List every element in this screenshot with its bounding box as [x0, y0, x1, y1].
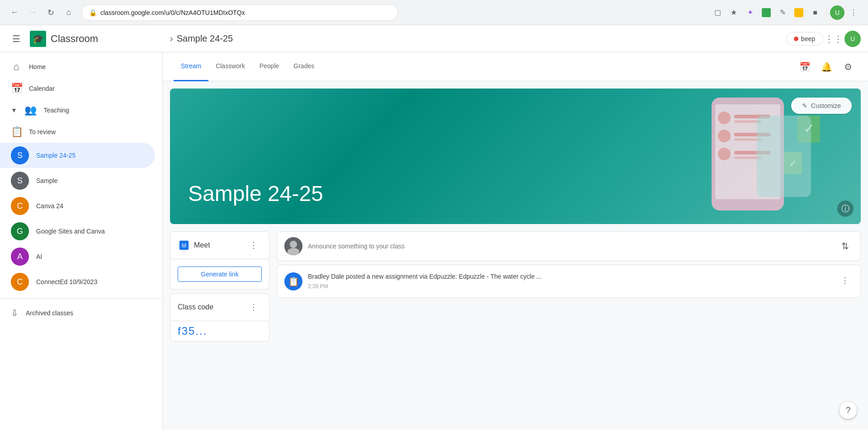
hero-class-name: Sample 24-25	[188, 181, 323, 206]
sidebar: ⌂ Home 📅 Calendar ▼ 👥 Teaching 📋	[0, 52, 163, 430]
tab-classwork[interactable]: Classwork	[208, 52, 252, 81]
svg-point-8	[718, 148, 731, 160]
screenshot-icon[interactable]: ▢	[710, 5, 725, 20]
content-area: ✓ ✓ Sample 24-25 ✎ Customize ⓘ	[163, 81, 868, 430]
extension-perplexity[interactable]: ✦	[743, 5, 757, 20]
user-avatar-announce	[284, 237, 302, 255]
profile-avatar[interactable]: U	[830, 5, 844, 20]
class-code-value: f35...	[178, 325, 207, 337]
class-list: S Sample 24-25 S Sample C Canva 24 G Goo…	[0, 143, 162, 294]
sidebar-item-archived[interactable]: ⇩ Archived classes	[0, 302, 162, 324]
meet-logo: M	[178, 239, 190, 252]
help-button[interactable]: ?	[839, 401, 857, 419]
announce-input[interactable]	[308, 243, 831, 250]
sidebar-teaching-header[interactable]: ▼ 👥 Teaching	[0, 99, 162, 121]
review-icon: 📋	[11, 126, 22, 138]
hamburger-button[interactable]: ☰	[7, 30, 25, 48]
app-container: ⌂ Home 📅 Calendar ▼ 👥 Teaching 📋	[0, 52, 868, 430]
meet-card-header: M Meet ⋮	[170, 232, 269, 259]
meet-menu-button[interactable]: ⋮	[245, 237, 262, 253]
extension-pencil[interactable]: ✎	[775, 5, 790, 20]
class-code-card: Class code ⋮ f35...	[170, 293, 269, 341]
avatar-image	[284, 237, 302, 255]
url-text: classroom.google.com/u/0/c/NzA4OTU1MDIxO…	[100, 9, 245, 16]
post-avatar-0: 📋	[284, 272, 302, 290]
class-code-body: f35...	[170, 321, 269, 341]
notification-action-button[interactable]: 🔔	[817, 58, 835, 76]
right-panel: ⇅ 📋 Bradley Dale posted a new assignment…	[277, 231, 861, 341]
sidebar-to-review-label: To review	[29, 128, 56, 136]
class-info-canva24: Canva 24	[36, 202, 144, 210]
class-info-sample: Sample	[36, 177, 144, 184]
tab-grades[interactable]: Grades	[286, 52, 321, 81]
chrome-menu[interactable]: ⋮	[846, 5, 861, 20]
archived-label: Archived classes	[26, 309, 73, 317]
class-info-sample-2425: Sample 24-25	[36, 152, 144, 159]
extension-yellow[interactable]	[792, 5, 806, 20]
announce-refresh-button[interactable]: ⇅	[837, 238, 853, 254]
extensions-button[interactable]: ■	[808, 5, 822, 20]
breadcrumb: › Sample 24-25	[170, 33, 786, 44]
sidebar-class-ai[interactable]: A AI	[0, 244, 155, 269]
meet-header-content: M Meet	[178, 239, 245, 252]
app-logo[interactable]: Classroom	[29, 30, 98, 48]
class-avatar-connectedOct2023: C	[11, 273, 29, 291]
hero-info-button[interactable]: ⓘ	[837, 201, 854, 217]
user-avatar-header[interactable]: U	[844, 31, 861, 47]
app-header-left: ☰ Classroom	[7, 30, 170, 48]
home-button[interactable]: ⌂	[61, 5, 76, 20]
sidebar-class-connectedOct2023[interactable]: C ConnectEd 10/9/2023	[0, 269, 155, 294]
settings-action-button[interactable]: ⚙	[839, 58, 857, 76]
sidebar-item-to-review[interactable]: 📋 To review	[0, 121, 155, 143]
class-avatar-canva24: C	[11, 197, 29, 215]
post-content-0: Bradley Dale posted a new assignment via…	[308, 272, 831, 290]
hero-banner: ✓ ✓ Sample 24-25 ✎ Customize ⓘ	[170, 89, 861, 224]
sidebar-item-home[interactable]: ⌂ Home	[0, 56, 155, 78]
generate-link-button[interactable]: Generate link	[178, 266, 262, 282]
sidebar-item-calendar[interactable]: 📅 Calendar	[0, 78, 155, 99]
beep-button[interactable]: beep	[786, 32, 823, 46]
sidebar-calendar-label: Calendar	[29, 85, 55, 92]
star-icon[interactable]: ★	[726, 5, 741, 20]
extension-green[interactable]	[759, 5, 774, 20]
svg-text:M: M	[182, 243, 186, 249]
class-name-sample: Sample	[36, 177, 144, 184]
browser-actions: ▢ ★ ✦ ✎ ■ U ⋮	[710, 5, 861, 20]
class-avatar-google-sites: G	[11, 222, 29, 240]
google-apps-button[interactable]: ⋮⋮	[826, 32, 841, 46]
tabs-header: Stream Classwork People Grades 📅 🔔 ⚙	[163, 52, 868, 81]
sidebar-divider	[0, 298, 162, 299]
calendar-action-button[interactable]: 📅	[796, 58, 814, 76]
customize-button[interactable]: ✎ Customize	[791, 98, 852, 114]
lock-icon: 🔒	[89, 9, 97, 16]
class-avatar-sample: S	[11, 172, 29, 190]
browser-chrome: ← → ↻ ⌂ 🔒 classroom.google.com/u/0/c/NzA…	[0, 0, 868, 25]
sidebar-scroll: ⌂ Home 📅 Calendar ▼ 👥 Teaching 📋	[0, 52, 162, 430]
tab-people[interactable]: People	[252, 52, 287, 81]
forward-button[interactable]: →	[25, 5, 40, 20]
address-bar[interactable]: 🔒 classroom.google.com/u/0/c/NzA4OTU1MDI…	[81, 5, 398, 21]
class-avatar-sample-2425: S	[11, 146, 29, 164]
class-code-menu-button[interactable]: ⋮	[245, 299, 262, 315]
sidebar-class-canva24[interactable]: C Canva 24	[0, 193, 155, 219]
header-actions: 📅 🔔 ⚙	[796, 58, 857, 76]
tab-stream[interactable]: Stream	[174, 52, 208, 81]
back-button[interactable]: ←	[7, 5, 22, 20]
sidebar-class-sample-2425[interactable]: S Sample 24-25	[0, 143, 155, 168]
beep-label: beep	[801, 35, 815, 42]
post-menu-button-0[interactable]: ⋮	[837, 272, 853, 289]
refresh-button[interactable]: ↻	[43, 5, 58, 20]
calendar-icon: 📅	[11, 83, 22, 94]
bottom-section: M Meet ⋮ Generate link	[163, 231, 868, 349]
sidebar-class-sample[interactable]: S Sample	[0, 168, 155, 193]
class-code-title: Class code	[178, 303, 245, 311]
sidebar-class-google-sites[interactable]: G Google Sites and Canva	[0, 219, 155, 244]
class-name-sample-2425: Sample 24-25	[36, 152, 144, 159]
post-time-0: 2:39 PM	[308, 283, 831, 290]
app-name: Classroom	[51, 33, 98, 45]
class-info-ai: AI	[36, 253, 144, 260]
archive-icon: ⇩	[11, 308, 19, 318]
meet-title: Meet	[194, 241, 245, 249]
svg-rect-15	[757, 116, 811, 197]
post-title-0: Bradley Dale posted a new assignment via…	[308, 272, 831, 281]
